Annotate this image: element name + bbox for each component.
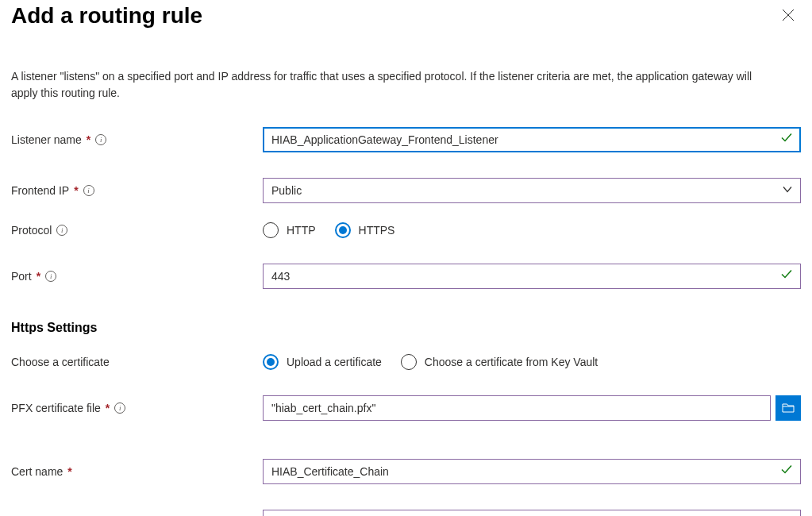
required-asterisk: * [67,465,71,478]
listener-name-input[interactable] [263,127,801,152]
keyvault-certificate-label: Choose a certificate from Key Vault [425,356,598,368]
radio-icon [401,354,417,370]
close-button[interactable] [775,4,801,29]
protocol-http-radio[interactable]: HTTP [263,222,316,238]
radio-icon [335,222,351,238]
description-text: A listener "listens" on a specified port… [11,68,773,102]
listener-name-label: Listener name [11,133,82,146]
required-asterisk: * [106,402,110,414]
port-input[interactable] [263,264,801,289]
required-asterisk: * [74,184,78,197]
password-input[interactable] [263,510,801,516]
cert-name-label: Cert name [11,465,63,478]
protocol-https-radio[interactable]: HTTPS [335,222,395,238]
radio-icon [263,222,279,238]
upload-certificate-radio[interactable]: Upload a certificate [263,354,382,370]
frontend-ip-value: Public [271,184,302,197]
radio-icon [263,354,279,370]
required-asterisk: * [37,270,40,283]
upload-certificate-label: Upload a certificate [287,356,382,368]
keyvault-certificate-radio[interactable]: Choose a certificate from Key Vault [401,354,598,370]
browse-file-button[interactable] [775,395,801,421]
pfx-file-input[interactable] [263,395,771,421]
cert-name-input[interactable] [263,459,801,484]
folder-icon [782,402,795,414]
choose-certificate-label: Choose a certificate [11,356,110,368]
info-icon[interactable]: i [56,225,67,236]
page-title: Add a routing rule [11,3,202,29]
protocol-label: Protocol [11,224,52,237]
frontend-ip-select[interactable]: Public [263,178,801,203]
info-icon[interactable]: i [95,134,106,145]
close-icon [782,9,795,21]
frontend-ip-label: Frontend IP [11,184,69,197]
pfx-file-label: PFX certificate file [11,402,101,414]
protocol-https-label: HTTPS [359,224,395,237]
required-asterisk: * [87,133,90,146]
https-settings-heading: Https Settings [11,321,801,335]
protocol-http-label: HTTP [287,224,316,237]
info-icon[interactable]: i [45,271,56,282]
port-label: Port [11,270,32,283]
info-icon[interactable]: i [83,185,94,196]
info-icon[interactable]: i [114,402,125,414]
